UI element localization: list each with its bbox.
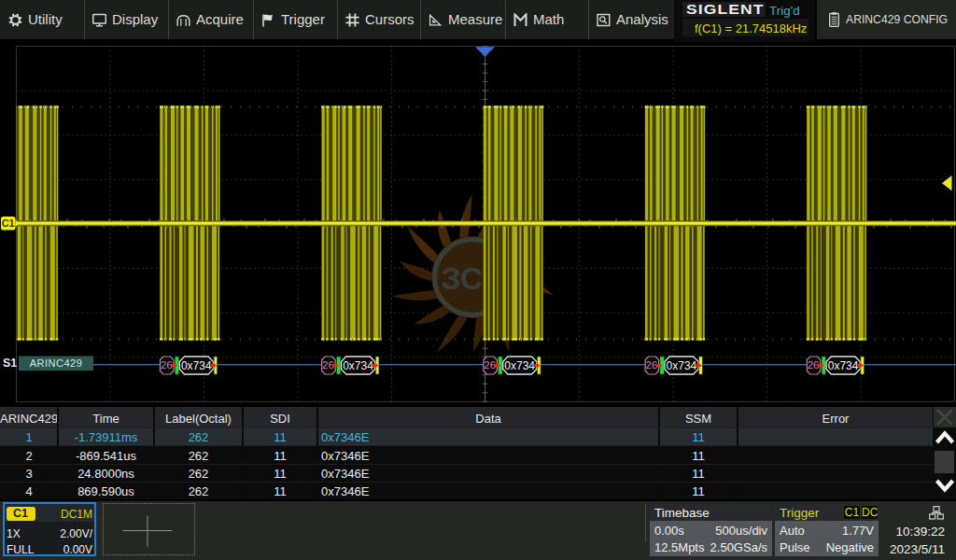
svg-text:ARINC429: ARINC429 bbox=[30, 357, 83, 369]
svg-text:C1: C1 bbox=[2, 217, 15, 229]
svg-text:S1: S1 bbox=[3, 357, 17, 370]
